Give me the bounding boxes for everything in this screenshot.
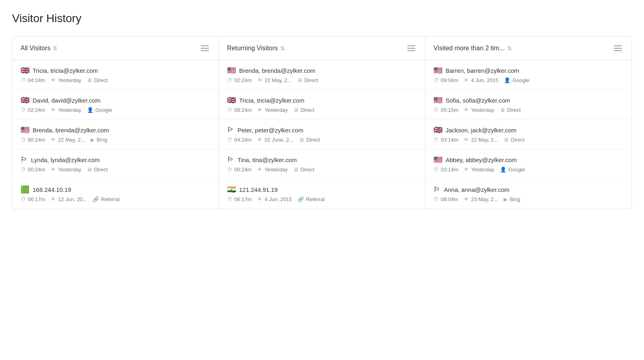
visitor-date-value: 02 June, 2... xyxy=(264,137,293,143)
eye-icon: 👁 xyxy=(464,77,469,83)
visitor-name-text-visited-more-3: Abbey, abbey@zylker.com xyxy=(446,156,517,163)
visitor-name-returning-visitors-4: 🇮🇳121.244.91.19 xyxy=(227,186,417,193)
visitor-name-returning-visitors-1: 🇬🇧Tricia, tricia@zylker.com xyxy=(227,97,417,104)
source-icon: 🔗 xyxy=(93,196,99,202)
eye-icon: 👁 xyxy=(464,196,469,202)
visitor-date-all-visitors-3: 👁Yesterday xyxy=(51,167,81,173)
visitor-name-visited-more-4: 🏳Anna, anna@zylker.com xyxy=(433,186,623,193)
clock-icon: ⏱ xyxy=(21,107,26,113)
source-icon: 🖥 xyxy=(297,77,302,83)
visitor-source-value: Direct xyxy=(94,167,108,173)
visitor-meta-returning-visitors-1: ⏱09:24m👁Yesterday🖥Direct xyxy=(227,107,417,113)
visitor-time-all-visitors-2: ⏱90:24m xyxy=(21,137,45,143)
visitor-source-value: Google xyxy=(512,77,529,83)
visitor-time-returning-visitors-1: ⏱09:24m xyxy=(227,107,252,113)
visitor-date-value: Yesterday xyxy=(58,77,81,83)
sort-icon-visited-more[interactable]: ⇅ xyxy=(507,45,512,51)
visitor-source-visited-more-1: 🖥Direct xyxy=(500,107,521,113)
source-icon: 🖥 xyxy=(87,77,92,83)
visitor-source-value: Direct xyxy=(507,107,521,113)
col-header-all-visitors: All Visitors⇅ xyxy=(12,37,219,60)
source-icon: 👤 xyxy=(87,107,93,113)
sort-icon-returning-visitors[interactable]: ⇅ xyxy=(280,45,285,51)
visitor-source-returning-visitors-0: 🖥Direct xyxy=(297,77,318,83)
clock-icon: ⏱ xyxy=(433,137,439,143)
clock-icon: ⏱ xyxy=(227,137,232,143)
visitor-meta-visited-more-0: ⏱09:04m👁4 Jun, 2015👤Google xyxy=(433,77,623,83)
visitor-name-text-all-visitors-1: David, david@zylker.com xyxy=(33,97,101,104)
visitor-time-value: 02:24m xyxy=(28,107,45,113)
clock-icon: ⏱ xyxy=(433,167,439,173)
visitor-date-value: 12 Jun, 20... xyxy=(58,196,87,202)
clock-icon: ⏱ xyxy=(433,107,439,113)
visitor-time-value: 00:24m xyxy=(234,167,252,173)
eye-icon: 👁 xyxy=(51,137,56,143)
visitor-time-value: 03:14m xyxy=(441,137,458,143)
visitor-flag-visited-more-4: 🏳 xyxy=(433,186,441,193)
eye-icon: 👁 xyxy=(51,77,56,83)
visitor-flag-returning-visitors-2: 🏳 xyxy=(227,126,234,134)
visitor-source-all-visitors-1: 👤Google xyxy=(87,107,112,113)
visitor-source-all-visitors-4: 🔗Referral xyxy=(93,196,120,202)
visitor-time-visited-more-2: ⏱03:14m xyxy=(433,137,458,143)
visitor-name-visited-more-0: 🇺🇸Barren, barren@zylker.com xyxy=(433,67,623,74)
visitor-date-visited-more-1: 👁Yesterday xyxy=(464,107,494,113)
visitor-name-visited-more-2: 🇬🇧Jackson, jack@zylker.com xyxy=(433,126,623,134)
visitor-card-visited-more-1[interactable]: 🇺🇸Sofia, sofia@zylker.com⏱05:15m👁Yesterd… xyxy=(425,90,632,120)
visitor-date-visited-more-2: 👁22 May, 2... xyxy=(464,137,498,143)
source-icon: ▶ xyxy=(504,196,508,202)
visitor-date-value: 22 May, 2... xyxy=(471,137,498,143)
visitor-card-returning-visitors-0[interactable]: 🇺🇸Brenda, brenda@zylker.com⏱02:24m👁22 Ma… xyxy=(219,60,425,90)
visitor-name-all-visitors-3: 🏳Lynda, lynda@zylker.com xyxy=(21,156,211,163)
visitor-flag-returning-visitors-3: 🏳 xyxy=(227,156,234,163)
visitor-card-returning-visitors-3[interactable]: 🏳Tina, tina@zylker.com⏱00:24m👁Yesterday🖥… xyxy=(219,150,425,179)
visitor-card-all-visitors-2[interactable]: 🇺🇸Brenda, brenda@zylker.com⏱90:24m👁22 Ma… xyxy=(12,120,219,150)
visitor-name-text-all-visitors-2: Brenda, brenda@zylker.com xyxy=(33,127,109,134)
visitor-date-returning-visitors-0: 👁22 May, 2... xyxy=(257,77,291,83)
visitor-source-all-visitors-2: ▶Bing xyxy=(91,137,107,143)
visitor-source-value: Direct xyxy=(511,137,524,143)
source-icon: 🖥 xyxy=(87,167,92,173)
visitor-flag-returning-visitors-1: 🇬🇧 xyxy=(227,97,236,104)
menu-icon-all-visitors[interactable] xyxy=(199,44,211,53)
visitor-time-value: 09:24m xyxy=(234,107,252,113)
visitor-name-visited-more-1: 🇺🇸Sofia, sofia@zylker.com xyxy=(433,97,623,104)
visitor-source-value: Referral xyxy=(101,196,120,202)
clock-icon: ⏱ xyxy=(21,77,26,83)
visitor-card-visited-more-3[interactable]: 🇺🇸Abbey, abbey@zylker.com⏱03:14m👁Yesterd… xyxy=(425,150,632,179)
visitor-card-returning-visitors-1[interactable]: 🇬🇧Tricia, tricia@zylker.com⏱09:24m👁Yeste… xyxy=(219,90,425,120)
source-icon: 🖥 xyxy=(293,107,299,113)
visitor-time-value: 06:17m xyxy=(234,196,252,202)
visitor-flag-visited-more-1: 🇺🇸 xyxy=(433,97,442,104)
visitor-card-visited-more-2[interactable]: 🇬🇧Jackson, jack@zylker.com⏱03:14m👁22 May… xyxy=(425,120,632,150)
visitor-card-all-visitors-1[interactable]: 🇬🇧David, david@zylker.com⏱02:24m👁Yesterd… xyxy=(12,90,219,120)
visitor-source-value: Direct xyxy=(94,77,108,83)
visitor-flag-visited-more-0: 🇺🇸 xyxy=(433,67,442,74)
visitor-card-visited-more-4[interactable]: 🏳Anna, anna@zylker.com⏱08:04m👁23 May, 2.… xyxy=(425,179,632,209)
clock-icon: ⏱ xyxy=(433,196,439,202)
visitor-source-value: Bing xyxy=(510,196,520,202)
visitor-date-value: 22 May, 2... xyxy=(264,77,291,83)
visitor-date-value: 23 May, 2... xyxy=(471,196,498,202)
visitor-name-text-returning-visitors-1: Tricia, tricia@zylker.com xyxy=(239,97,304,104)
visitor-date-returning-visitors-4: 👁4 Jun, 2015 xyxy=(257,196,292,202)
menu-icon-returning-visitors[interactable] xyxy=(406,44,417,53)
visitor-card-visited-more-0[interactable]: 🇺🇸Barren, barren@zylker.com⏱09:04m👁4 Jun… xyxy=(425,60,632,90)
visitor-card-returning-visitors-4[interactable]: 🇮🇳121.244.91.19⏱06:17m👁4 Jun, 2015🔗Refer… xyxy=(219,179,425,209)
visitor-time-value: 08:04m xyxy=(441,196,458,202)
menu-icon-visited-more[interactable] xyxy=(612,44,623,53)
visitor-card-all-visitors-0[interactable]: 🇬🇧Tricia, tricia@zylker.com⏱04:24m👁Yeste… xyxy=(12,60,219,90)
sort-icon-all-visitors[interactable]: ⇅ xyxy=(53,45,58,51)
visitor-name-visited-more-3: 🇺🇸Abbey, abbey@zylker.com xyxy=(433,156,623,163)
visitor-source-visited-more-4: ▶Bing xyxy=(504,196,520,202)
visitor-card-returning-visitors-2[interactable]: 🏳Peter, peter@zylker.com⏱04:24m👁02 June,… xyxy=(219,120,425,150)
visitor-time-visited-more-0: ⏱09:04m xyxy=(433,77,458,83)
visitor-time-visited-more-4: ⏱08:04m xyxy=(433,196,458,202)
visitor-card-all-visitors-3[interactable]: 🏳Lynda, lynda@zylker.com⏱00:24m👁Yesterda… xyxy=(12,150,219,179)
clock-icon: ⏱ xyxy=(227,196,232,202)
visitor-card-all-visitors-4[interactable]: 🟩168.244.10.19⏱06:17m👁12 Jun, 20...🔗Refe… xyxy=(12,179,219,209)
visitor-source-visited-more-3: 👤Google xyxy=(500,167,525,173)
visitor-name-text-returning-visitors-4: 121.244.91.19 xyxy=(239,186,278,193)
visitor-source-value: Google xyxy=(95,107,112,113)
visitor-meta-returning-visitors-2: ⏱04:24m👁02 June, 2...🖥Direct xyxy=(227,137,417,143)
